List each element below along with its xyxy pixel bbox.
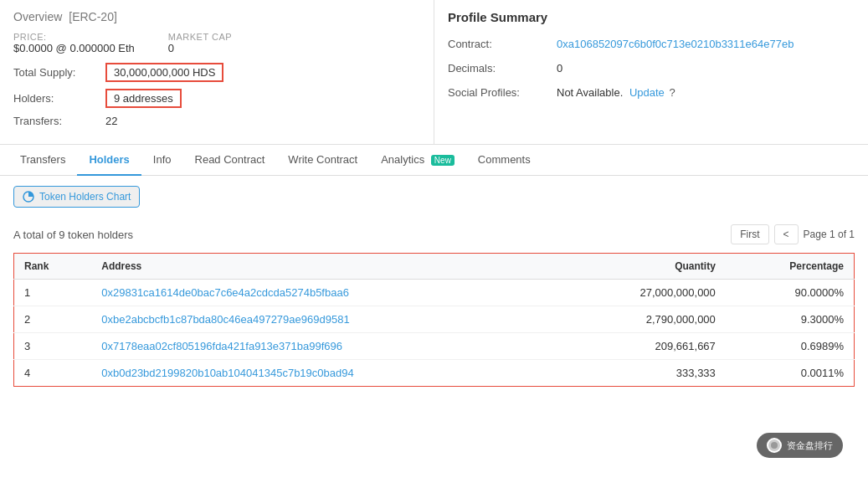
pie-chart-icon <box>23 191 34 203</box>
profile-summary-title: Profile Summary <box>448 10 855 24</box>
cell-quantity: 333,333 <box>561 360 726 387</box>
pagination: First < Page 1 of 1 <box>731 224 855 244</box>
analytics-tab-label: Analytics <box>381 153 424 166</box>
cell-address: 0x7178eaa02cf805196fda421fa913e371ba99f6… <box>91 333 561 360</box>
prev-page-button[interactable]: < <box>774 224 799 244</box>
overview-title: Overview [ERC-20] <box>13 10 420 23</box>
cell-percentage: 0.0011% <box>726 360 855 387</box>
tab-holders[interactable]: Holders <box>77 145 141 176</box>
cell-rank: 4 <box>14 360 92 387</box>
content-area: Token Holders Chart A total of 9 token h… <box>0 176 868 397</box>
decimals-label: Decimals: <box>448 62 557 75</box>
table-header-row: Rank Address Quantity Percentage <box>14 254 855 280</box>
col-address: Address <box>91 254 561 280</box>
social-question: ? <box>669 86 675 99</box>
overview-label: Overview <box>13 10 62 23</box>
col-rank: Rank <box>14 254 92 280</box>
tabs-bar: Transfers Holders Info Read Contract Wri… <box>0 145 868 176</box>
decimals-row: Decimals: 0 <box>448 62 855 75</box>
table-row: 3 0x7178eaa02cf805196fda421fa913e371ba99… <box>14 333 855 360</box>
contract-label: Contract: <box>448 38 557 50</box>
tab-write-contract[interactable]: Write Contract <box>276 145 369 176</box>
total-supply-label: Total Supply: <box>13 66 105 79</box>
holders-total-text: A total of 9 token holders <box>13 229 133 241</box>
holders-info-row: A total of 9 token holders First < Page … <box>13 224 855 244</box>
address-link[interactable]: 0x7178eaa02cf805196fda421fa913e371ba99f6… <box>101 340 342 352</box>
cell-percentage: 0.6989% <box>726 333 855 360</box>
right-profile-panel: Profile Summary Contract: 0xa106852097c6… <box>434 0 868 144</box>
market-cap-col: MARKET CAP 0 <box>168 32 232 54</box>
contract-address-link[interactable]: 0xa106852097c6b0f0c713e0210b3311e64e77eb <box>557 38 794 50</box>
col-quantity: Quantity <box>561 254 726 280</box>
table-row: 4 0xb0d23bd2199820b10ab104041345c7b19c0b… <box>14 360 855 387</box>
first-page-button[interactable]: First <box>731 224 768 244</box>
total-supply-value: 30,000,000,000 HDS <box>105 63 223 82</box>
tab-info[interactable]: Info <box>141 145 183 176</box>
overview-tag: [ERC-20] <box>69 10 117 23</box>
page-info: Page 1 of 1 <box>804 229 855 240</box>
cell-rank: 2 <box>14 306 92 333</box>
social-label: Social Profiles: <box>448 86 557 99</box>
cell-address: 0x29831ca1614de0bac7c6e4a2cdcda5274b5fba… <box>91 280 561 306</box>
holders-table: Rank Address Quantity Percentage 1 0x298… <box>13 253 855 387</box>
token-holders-chart-button[interactable]: Token Holders Chart <box>13 186 140 208</box>
cell-quantity: 27,000,000,000 <box>561 280 726 306</box>
price-value: $0.0000 @ 0.000000 Eth <box>13 42 135 54</box>
market-cap-value: 0 <box>168 42 174 54</box>
transfers-row: Transfers: 22 <box>13 115 420 127</box>
table-row: 2 0xbe2abcbcfb1c87bda80c46ea497279ae969d… <box>14 306 855 333</box>
social-update-link[interactable]: Update <box>629 86 665 99</box>
left-overview-panel: Overview [ERC-20] PRICE: $0.0000 @ 0.000… <box>0 0 434 144</box>
transfers-value: 22 <box>105 115 117 127</box>
address-link[interactable]: 0xbe2abcbcfb1c87bda80c46ea497279ae969d95… <box>101 313 349 326</box>
social-not-available: Not Available. <box>557 86 623 99</box>
holders-label: Holders: <box>13 92 105 105</box>
cell-address: 0xbe2abcbcfb1c87bda80c46ea497279ae969d95… <box>91 306 561 333</box>
contract-row: Contract: 0xa106852097c6b0f0c713e0210b33… <box>448 38 855 50</box>
tab-read-contract[interactable]: Read Contract <box>183 145 277 176</box>
tab-comments[interactable]: Comments <box>466 145 542 176</box>
analytics-new-badge: New <box>431 155 455 166</box>
transfers-label: Transfers: <box>13 115 105 127</box>
social-row: Social Profiles: Not Available. Update ? <box>448 86 855 99</box>
cell-quantity: 209,661,667 <box>561 333 726 360</box>
decimals-value: 0 <box>557 62 562 75</box>
address-link[interactable]: 0x29831ca1614de0bac7c6e4a2cdcda5274b5fba… <box>101 286 349 299</box>
cell-percentage: 90.0000% <box>726 280 855 306</box>
cell-address: 0xb0d23bd2199820b10ab104041345c7b19c0bad… <box>91 360 561 387</box>
tab-analytics[interactable]: Analytics New <box>369 145 466 176</box>
cell-percentage: 9.3000% <box>726 306 855 333</box>
cell-rank: 3 <box>14 333 92 360</box>
price-label: PRICE: <box>13 32 135 42</box>
price-col: PRICE: $0.0000 @ 0.000000 Eth <box>13 32 135 54</box>
cell-rank: 1 <box>14 280 92 306</box>
col-percentage: Percentage <box>726 254 855 280</box>
cell-quantity: 2,790,000,000 <box>561 306 726 333</box>
chart-btn-label: Token Holders Chart <box>39 191 131 203</box>
tab-transfers[interactable]: Transfers <box>8 145 77 176</box>
holders-row: Holders: 9 addresses <box>13 89 420 108</box>
total-supply-row: Total Supply: 30,000,000,000 HDS <box>13 63 420 82</box>
market-cap-label: MARKET CAP <box>168 32 232 42</box>
table-row: 1 0x29831ca1614de0bac7c6e4a2cdcda5274b5f… <box>14 280 855 306</box>
address-link[interactable]: 0xb0d23bd2199820b10ab104041345c7b19c0bad… <box>101 367 353 379</box>
holders-value: 9 addresses <box>105 89 182 108</box>
